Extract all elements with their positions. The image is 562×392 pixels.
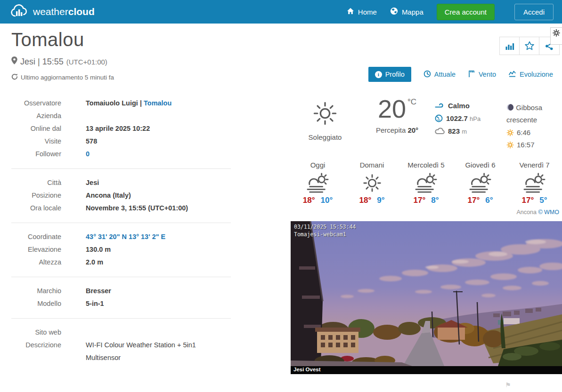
sun-icon: [345, 172, 399, 194]
last-update: Ultimo aggiornamento 5 minuti fa: [11, 73, 114, 81]
field-label: Visite: [11, 135, 61, 148]
page-title: Tomalou: [11, 29, 84, 50]
field-label: Ora locale: [11, 202, 61, 215]
row-citta: Città Jesi: [11, 176, 231, 189]
webcam-image[interactable]: 03/11/2025 15:53:44 Tomajesi-webcam1: [291, 221, 562, 366]
row-online-dal: Online dal 13 aprile 2025 10:22: [11, 122, 231, 135]
pressure-value: 1022.7: [446, 114, 468, 122]
field-label: Marchio: [11, 285, 61, 297]
forecast-day-venerdi: Venerdì 7 17°5°: [507, 161, 562, 205]
station-profile-panel: Osservatore Tomaiuolo Luigi | Tomalou Az…: [11, 97, 231, 364]
report-flag-icon[interactable]: ⚑: [505, 381, 511, 389]
webcam-caption: Jesi Ovest: [291, 366, 562, 374]
current-condition: Soleggiato: [291, 96, 359, 151]
row-sito-web: Sito web: [11, 326, 231, 339]
row-ora-locale: Ora locale Novembre 3, 15:55 (UTC+01:00): [11, 202, 231, 215]
sun-cloud-haze-icon: [399, 172, 453, 194]
wind-row: Calmo: [435, 102, 506, 110]
field-value: Ancona (Italy): [86, 189, 131, 202]
row-visite: Visite 578: [11, 135, 231, 148]
sunrise-icon: [506, 129, 514, 136]
feels-like-label: Percepita: [376, 126, 406, 134]
crea-account-button[interactable]: Crea account: [437, 4, 495, 20]
clock-icon: [424, 70, 431, 79]
nav-mappa[interactable]: Mappa: [390, 7, 424, 16]
forecast-day-domani: Domani 18°9°: [345, 161, 399, 205]
gear-icon: [553, 29, 560, 37]
field-value: Bresser: [86, 285, 111, 297]
line-chart-icon: [508, 70, 516, 79]
sunrise-row: 6:46: [506, 127, 562, 139]
waxing-gibbous-moon-icon: [506, 104, 514, 111]
accedi-button[interactable]: Accedi: [514, 4, 554, 20]
favorite-button[interactable]: [520, 37, 539, 55]
webcam-block: 03/11/2025 15:53:44 Tomajesi-webcam1 Jes…: [291, 221, 562, 374]
field-label: Modello: [11, 297, 61, 310]
current-conditions-panel: Soleggiato 20°C Percepita 20° Calmo 1022…: [291, 96, 562, 151]
bar-chart-icon: [505, 42, 514, 50]
field-label: Elevazione: [11, 243, 61, 256]
sun-icon: [312, 100, 338, 127]
last-update-label: Ultimo aggiornamento 5 minuti fa: [21, 74, 114, 81]
field-value: 13 aprile 2025 10:22: [86, 122, 150, 135]
coordinates-link[interactable]: 43° 31' 20" N 13° 13' 2" E: [86, 233, 165, 240]
settings-flyout[interactable]: [550, 27, 562, 45]
row-coordinate: Coordinate 43° 31' 20" N 13° 13' 2" E: [11, 231, 231, 243]
timezone-label: (UTC+01:00): [66, 58, 107, 66]
low-temp: 8°: [431, 196, 439, 205]
tab-profilo-label: Profilo: [385, 71, 405, 78]
webcam-camera-name: Tomajesi-webcam1: [294, 231, 356, 239]
home-icon: [347, 8, 354, 16]
field-label: Posizione: [11, 189, 61, 202]
row-elevazione: Elevazione 130.0 m: [11, 243, 231, 256]
tab-evoluzione-label: Evoluzione: [520, 71, 553, 78]
wmo-link[interactable]: © WMO: [538, 209, 559, 216]
day-label: Giovedì 6: [453, 161, 507, 169]
day-label: Oggi: [291, 161, 345, 169]
wind-pressure-block: Calmo 1022.7 hPa 823 m: [435, 96, 506, 151]
condition-label: Soleggiato: [291, 133, 359, 141]
weathercloud-logo[interactable]: weathercloud: [10, 4, 95, 20]
cloudbase-unit: m: [462, 128, 467, 135]
cloud-bars-logo-icon: [10, 4, 28, 20]
webcam-timestamp: 03/11/2025 15:53:44: [294, 224, 356, 231]
row-osservatore: Osservatore Tomaiuolo Luigi | Tomalou: [11, 97, 231, 110]
station-owner-link[interactable]: Tomalou: [144, 99, 171, 107]
pressure-unit: hPa: [470, 115, 481, 122]
statistics-button[interactable]: [500, 37, 520, 55]
sunrise-time: 6:46: [517, 127, 530, 139]
nav-home[interactable]: Home: [347, 8, 377, 16]
nav-mappa-label: Mappa: [402, 8, 424, 16]
day-label: Domani: [345, 161, 399, 169]
field-value: 43° 31' 20" N 13° 13' 2" E: [86, 231, 165, 243]
field-label: Città: [11, 176, 61, 189]
day-label: Venerdì 7: [507, 161, 562, 169]
high-temp: 17°: [522, 196, 534, 205]
nav-home-label: Home: [358, 8, 377, 16]
cloudbase-value: 823: [448, 127, 460, 135]
section-divider: [11, 277, 231, 277]
cloud-icon: [435, 128, 445, 135]
field-label: Follower: [11, 148, 61, 160]
tab-attuale-label: Attuale: [434, 71, 456, 78]
row-posizione: Posizione Ancona (Italy): [11, 189, 231, 202]
info-icon: i: [375, 71, 382, 78]
city-time-label: Jesi | 15:55: [20, 57, 64, 67]
top-navigation-bar: weathercloud Home Mappa Crea acc: [0, 0, 562, 24]
tab-attuale[interactable]: Attuale: [424, 70, 456, 79]
top-nav-links: Home Mappa Crea account Accedi: [347, 4, 554, 20]
tab-vento[interactable]: Vento: [468, 70, 496, 79]
day-label: Mercoledì 5: [399, 161, 453, 169]
row-descrizione: Descrizione WI-FI Colour Weather Station…: [11, 339, 231, 364]
followers-link[interactable]: 0: [86, 150, 90, 158]
feels-like-value: 20°: [407, 126, 418, 134]
field-value: 130.0 m: [86, 243, 111, 256]
field-value: 2.0 m: [86, 256, 103, 269]
tab-evoluzione[interactable]: Evoluzione: [508, 70, 553, 79]
wind-flag-icon: [468, 70, 475, 79]
field-value: Jesi: [86, 176, 99, 189]
tab-profilo[interactable]: i Profilo: [368, 67, 411, 82]
refresh-icon: [11, 73, 18, 81]
current-temperature: 20°C Percepita 20°: [359, 96, 435, 151]
field-label: Online dal: [11, 122, 61, 135]
